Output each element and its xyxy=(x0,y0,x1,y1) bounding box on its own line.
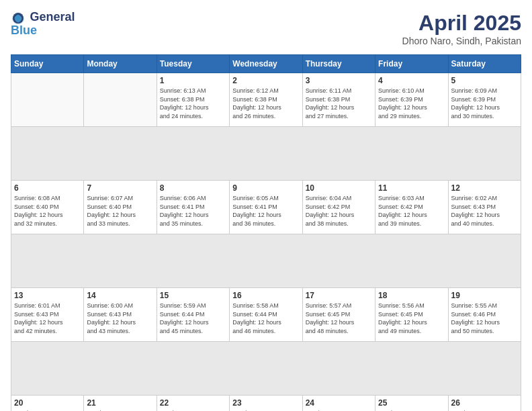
calendar-day-cell: 14Sunrise: 6:00 AM Sunset: 6:43 PM Dayli… xyxy=(84,288,157,342)
day-info: Sunrise: 6:05 AM Sunset: 6:41 PM Dayligh… xyxy=(232,194,299,228)
calendar-day-cell: 3Sunrise: 6:11 AM Sunset: 6:38 PM Daylig… xyxy=(302,73,375,127)
calendar-day-cell: 4Sunrise: 6:10 AM Sunset: 6:39 PM Daylig… xyxy=(375,73,448,127)
day-info: Sunrise: 6:03 AM Sunset: 6:42 PM Dayligh… xyxy=(378,194,445,228)
day-info: Sunrise: 5:57 AM Sunset: 6:45 PM Dayligh… xyxy=(306,302,372,335)
calendar-day-cell: 13Sunrise: 6:01 AM Sunset: 6:43 PM Dayli… xyxy=(11,288,84,342)
day-number: 11 xyxy=(378,183,445,193)
weekday-header-cell: Tuesday xyxy=(157,55,229,73)
calendar-day-cell: 7Sunrise: 6:07 AM Sunset: 6:40 PM Daylig… xyxy=(84,181,157,234)
day-info: Sunrise: 6:13 AM Sunset: 6:38 PM Dayligh… xyxy=(160,87,226,120)
calendar-week-row: 1Sunrise: 6:13 AM Sunset: 6:38 PM Daylig… xyxy=(11,73,521,127)
calendar-day-cell xyxy=(84,73,157,127)
day-info: Sunrise: 6:02 AM Sunset: 6:43 PM Dayligh… xyxy=(451,194,518,228)
weekday-header-cell: Thursday xyxy=(302,55,375,73)
day-number: 14 xyxy=(87,291,153,300)
week-separator-cell xyxy=(11,127,521,181)
calendar-day-cell: 17Sunrise: 5:57 AM Sunset: 6:45 PM Dayli… xyxy=(302,288,375,342)
calendar-week-row: 20Sunrise: 5:54 AM Sunset: 6:46 PM Dayli… xyxy=(11,396,521,412)
weekday-header-cell: Friday xyxy=(375,55,448,73)
day-info: Sunrise: 6:07 AM Sunset: 6:40 PM Dayligh… xyxy=(87,194,153,228)
week-separator-cell xyxy=(11,234,521,288)
weekday-header-cell: Saturday xyxy=(448,55,521,73)
calendar-day-cell: 8Sunrise: 6:06 AM Sunset: 6:41 PM Daylig… xyxy=(157,181,229,234)
day-number: 9 xyxy=(232,183,299,193)
day-info: Sunrise: 6:09 AM Sunset: 6:39 PM Dayligh… xyxy=(451,87,518,120)
calendar-day-cell: 10Sunrise: 6:04 AM Sunset: 6:42 PM Dayli… xyxy=(302,181,375,234)
calendar-day-cell: 15Sunrise: 5:59 AM Sunset: 6:44 PM Dayli… xyxy=(157,288,229,342)
day-number: 25 xyxy=(378,398,445,408)
day-info: Sunrise: 6:06 AM Sunset: 6:41 PM Dayligh… xyxy=(160,194,226,228)
day-info: Sunrise: 6:12 AM Sunset: 6:38 PM Dayligh… xyxy=(232,87,299,120)
day-number: 4 xyxy=(378,76,445,85)
calendar-day-cell: 1Sunrise: 6:13 AM Sunset: 6:38 PM Daylig… xyxy=(157,73,229,127)
location-title: Dhoro Naro, Sindh, Pakistan xyxy=(402,36,521,46)
week-separator-cell xyxy=(11,342,521,396)
calendar-day-cell: 12Sunrise: 6:02 AM Sunset: 6:43 PM Dayli… xyxy=(448,181,521,234)
day-number: 12 xyxy=(451,183,518,193)
day-number: 18 xyxy=(378,291,445,300)
calendar-day-cell: 9Sunrise: 6:05 AM Sunset: 6:41 PM Daylig… xyxy=(230,181,302,234)
calendar-week-row: 13Sunrise: 6:01 AM Sunset: 6:43 PM Dayli… xyxy=(11,288,521,342)
weekday-header-row: SundayMondayTuesdayWednesdayThursdayFrid… xyxy=(11,55,521,73)
logo: GeneralBlue xyxy=(11,11,75,38)
calendar-day-cell: 6Sunrise: 6:08 AM Sunset: 6:40 PM Daylig… xyxy=(11,181,84,234)
calendar-day-cell: 20Sunrise: 5:54 AM Sunset: 6:46 PM Dayli… xyxy=(11,396,84,412)
day-number: 23 xyxy=(232,398,299,408)
calendar-day-cell: 22Sunrise: 5:52 AM Sunset: 6:47 PM Dayli… xyxy=(157,396,229,412)
day-number: 7 xyxy=(87,183,153,193)
day-number: 8 xyxy=(160,183,226,193)
day-info: Sunrise: 6:00 AM Sunset: 6:43 PM Dayligh… xyxy=(87,302,153,335)
day-info: Sunrise: 5:58 AM Sunset: 6:44 PM Dayligh… xyxy=(232,302,299,335)
header: GeneralBlue April 2025 Dhoro Naro, Sindh… xyxy=(11,11,521,46)
calendar-week-row: 6Sunrise: 6:08 AM Sunset: 6:40 PM Daylig… xyxy=(11,181,521,234)
day-info: Sunrise: 5:59 AM Sunset: 6:44 PM Dayligh… xyxy=(160,302,226,335)
calendar-day-cell: 26Sunrise: 5:49 AM Sunset: 6:49 PM Dayli… xyxy=(448,396,521,412)
calendar-day-cell: 24Sunrise: 5:51 AM Sunset: 6:48 PM Dayli… xyxy=(302,396,375,412)
day-info: Sunrise: 6:11 AM Sunset: 6:38 PM Dayligh… xyxy=(306,87,372,120)
day-info: Sunrise: 5:56 AM Sunset: 6:45 PM Dayligh… xyxy=(378,302,445,335)
day-number: 17 xyxy=(306,291,372,300)
calendar-day-cell: 11Sunrise: 6:03 AM Sunset: 6:42 PM Dayli… xyxy=(375,181,448,234)
day-info: Sunrise: 5:55 AM Sunset: 6:46 PM Dayligh… xyxy=(451,302,518,335)
day-info: Sunrise: 6:08 AM Sunset: 6:40 PM Dayligh… xyxy=(14,194,81,228)
day-number: 22 xyxy=(160,398,226,408)
day-number: 20 xyxy=(14,398,81,408)
calendar-day-cell: 19Sunrise: 5:55 AM Sunset: 6:46 PM Dayli… xyxy=(448,288,521,342)
day-info: Sunrise: 6:01 AM Sunset: 6:43 PM Dayligh… xyxy=(14,302,81,335)
calendar-day-cell: 23Sunrise: 5:51 AM Sunset: 6:48 PM Dayli… xyxy=(230,396,302,412)
weekday-header-cell: Wednesday xyxy=(230,55,302,73)
week-separator-row xyxy=(11,234,521,288)
calendar-day-cell: 16Sunrise: 5:58 AM Sunset: 6:44 PM Dayli… xyxy=(230,288,302,342)
day-number: 15 xyxy=(160,291,226,300)
week-separator-row xyxy=(11,342,521,396)
day-number: 2 xyxy=(232,76,299,85)
title-area: April 2025 Dhoro Naro, Sindh, Pakistan xyxy=(402,11,521,46)
day-number: 5 xyxy=(451,76,518,85)
weekday-header-cell: Monday xyxy=(84,55,157,73)
day-number: 19 xyxy=(451,291,518,300)
day-number: 16 xyxy=(232,291,299,300)
day-number: 13 xyxy=(14,291,81,300)
day-number: 10 xyxy=(306,183,372,193)
weekday-header-cell: Sunday xyxy=(11,55,84,73)
calendar-day-cell: 2Sunrise: 6:12 AM Sunset: 6:38 PM Daylig… xyxy=(230,73,302,127)
calendar-day-cell: 18Sunrise: 5:56 AM Sunset: 6:45 PM Dayli… xyxy=(375,288,448,342)
calendar: SundayMondayTuesdayWednesdayThursdayFrid… xyxy=(11,54,521,411)
calendar-body: 1Sunrise: 6:13 AM Sunset: 6:38 PM Daylig… xyxy=(11,73,521,412)
day-number: 6 xyxy=(14,183,81,193)
day-number: 21 xyxy=(87,398,153,408)
calendar-day-cell xyxy=(11,73,84,127)
day-number: 3 xyxy=(306,76,372,85)
month-title: April 2025 xyxy=(402,11,521,36)
day-number: 24 xyxy=(306,398,372,408)
day-number: 1 xyxy=(160,76,226,85)
day-info: Sunrise: 6:04 AM Sunset: 6:42 PM Dayligh… xyxy=(306,194,372,228)
week-separator-row xyxy=(11,127,521,181)
day-number: 26 xyxy=(451,398,518,408)
calendar-day-cell: 25Sunrise: 5:50 AM Sunset: 6:49 PM Dayli… xyxy=(375,396,448,412)
day-info: Sunrise: 6:10 AM Sunset: 6:39 PM Dayligh… xyxy=(378,87,445,120)
calendar-day-cell: 21Sunrise: 5:53 AM Sunset: 6:47 PM Dayli… xyxy=(84,396,157,412)
calendar-day-cell: 5Sunrise: 6:09 AM Sunset: 6:39 PM Daylig… xyxy=(448,73,521,127)
